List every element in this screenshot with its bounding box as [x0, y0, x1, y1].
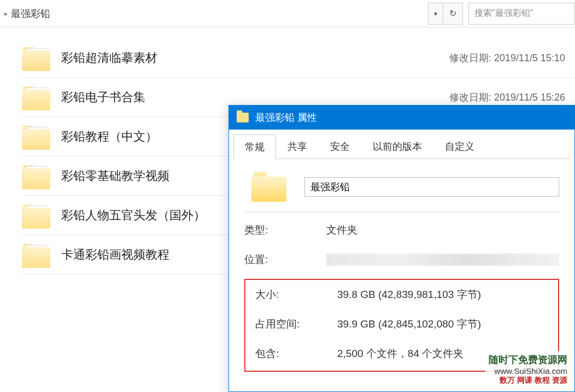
tab-customize[interactable]: 自定义 [433, 134, 486, 159]
watermark-url: www.SuiShiXia.com [489, 366, 567, 376]
dialog-title: 最强彩铅 属性 [255, 111, 317, 124]
breadcrumb-chevron-icon: ▸ [4, 10, 8, 17]
refresh-icon: ↻ [449, 8, 456, 19]
tab-bar: 常规 共享 安全 以前的版本 自定义 [233, 134, 570, 159]
folder-icon [22, 82, 52, 113]
contains-label: 包含: [255, 347, 337, 361]
folder-icon [237, 113, 249, 122]
chevron-down-icon: ▾ [434, 10, 437, 17]
size-label: 大小: [255, 288, 337, 302]
folder-icon [22, 161, 52, 191]
file-name: 彩铅电子书合集 [61, 89, 449, 106]
location-value-redacted [326, 254, 559, 266]
type-label: 类型: [244, 223, 326, 237]
refresh-button[interactable]: ↻ [443, 3, 463, 25]
disk-size-label: 占用空间: [255, 317, 337, 331]
watermark-slogan: 数万 网课 教程 资源 [489, 376, 567, 385]
folder-icon [22, 43, 52, 73]
file-name: 彩铅人物五官头发（国外） [61, 207, 224, 224]
location-label: 位置: [244, 253, 326, 267]
watermark: 随时下免费资源网 www.SuiShiXia.com 数万 网课 教程 资源 [485, 351, 571, 388]
folder-name-input[interactable]: 最强彩铅 [304, 177, 559, 197]
type-value: 文件夹 [326, 223, 559, 237]
watermark-title: 随时下免费资源网 [489, 353, 567, 366]
list-item[interactable]: 彩铅人物五官头发（国外） [22, 196, 230, 235]
file-name: 彩铅教程（中文） [61, 128, 224, 145]
file-name: 彩铅零基础教学视频 [61, 168, 224, 184]
dialog-titlebar[interactable]: 最强彩铅 属性 [229, 106, 574, 130]
folder-icon [22, 200, 52, 231]
list-item[interactable]: 彩铅超清临摹素材 修改日期: 2019/11/5 15:10 [22, 38, 575, 78]
list-item[interactable]: 卡通彩铅画视频教程 [22, 235, 230, 274]
tab-general[interactable]: 常规 [233, 134, 276, 159]
address-bar: ▸ 最强彩铅 ▾ ↻ 搜索"最强彩铅" [0, 0, 575, 27]
tab-security[interactable]: 安全 [319, 134, 361, 159]
file-name: 卡通彩铅画视频教程 [61, 247, 224, 263]
file-name: 彩铅超清临摹素材 [61, 50, 449, 66]
address-dropdown-button[interactable]: ▾ [428, 3, 443, 25]
folder-icon [22, 239, 52, 270]
tab-previous-versions[interactable]: 以前的版本 [361, 134, 433, 159]
disk-size-value: 39.9 GB (42,845,102,080 字节) [337, 317, 548, 331]
list-item[interactable]: 彩铅教程（中文） [22, 117, 230, 156]
tab-sharing[interactable]: 共享 [276, 134, 319, 159]
search-input[interactable]: 搜索"最强彩铅" [468, 3, 575, 25]
search-placeholder: 搜索"最强彩铅" [474, 8, 533, 19]
list-item[interactable]: 彩铅零基础教学视频 [22, 156, 230, 196]
breadcrumb-current[interactable]: 最强彩铅 [11, 7, 50, 20]
folder-large-icon [244, 172, 294, 202]
folder-icon [22, 121, 52, 152]
size-value: 39.8 GB (42,839,981,103 字节) [337, 288, 548, 302]
file-meta: 修改日期: 2019/11/5 15:10 [449, 51, 565, 65]
file-meta: 修改日期: 2019/11/5 15:26 [449, 91, 565, 104]
divider [244, 212, 559, 212]
properties-dialog: 最强彩铅 属性 常规 共享 安全 以前的版本 自定义 最强彩铅 类型: 文件夹 … [228, 105, 575, 392]
